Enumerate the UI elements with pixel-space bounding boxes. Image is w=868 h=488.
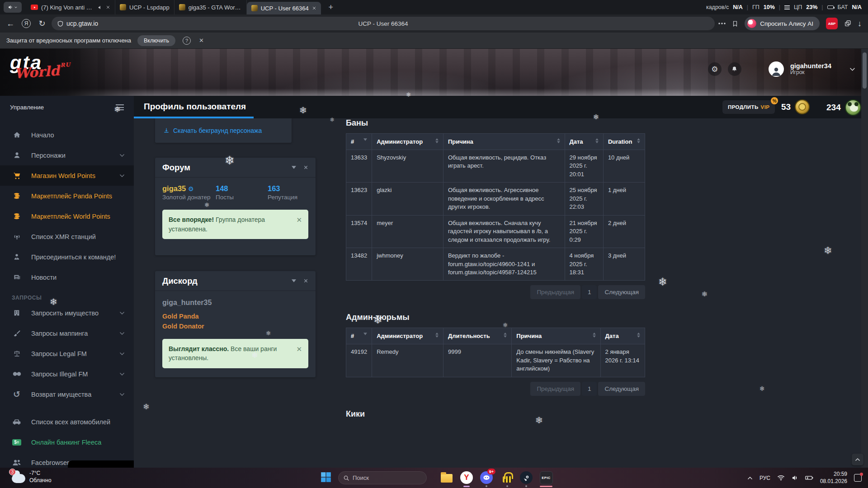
extensions-icon[interactable] [844,20,851,27]
sidebar-item-xmr-stations[interactable]: Список XMR станций [0,226,134,247]
close-icon[interactable] [312,6,316,10]
hidden-icons-chevron[interactable] [747,476,753,480]
chevron-down-icon [119,311,125,315]
scrollbar-thumb[interactable] [863,52,867,89]
protection-warning-bar: Защита от вредоносных программ отключена… [0,33,868,49]
chevron-down-icon [119,332,125,335]
search-input[interactable] [353,474,416,481]
avatar[interactable] [769,61,784,77]
sidebar-item-label: Маркетплейс Panda Points [31,192,112,200]
panda-points-counter[interactable]: 234 [826,99,861,116]
taskbar-yandex-icon[interactable]: Y [459,470,474,485]
world-points-coin-icon [795,99,810,114]
more-icon[interactable] [718,23,726,24]
yandex-home-button[interactable]: Я [22,19,31,28]
sidebar-item-illegal-fm-requests[interactable]: Запросы Illegal FM [0,364,134,384]
help-icon[interactable]: ? [183,37,191,45]
tab-audio-icon[interactable] [98,5,103,10]
forum-username[interactable]: giga35 ⚙ [162,183,216,193]
taskbar-steam-icon[interactable] [519,470,533,485]
taskbar-search[interactable] [338,471,427,484]
sidebar-item-legal-fm-requests[interactable]: Запросы Legal FM [0,343,134,364]
sidebar-item-world-marketplace[interactable]: Маркетплейс World Points [0,206,134,226]
scroll-to-top-button[interactable] [852,454,863,465]
menu-hamburger-icon[interactable] [116,104,124,110]
page-scrollbar[interactable] [861,49,868,468]
wifi-icon[interactable] [777,475,785,481]
sidebar-item-characters[interactable]: Персонажи [0,145,134,165]
world-points-counter[interactable]: 53 [781,99,810,114]
sidebar-item-all-vehicles[interactable]: Список всех автомобилей [0,412,134,432]
taskbar-game-icon[interactable] [500,470,514,485]
sidebar-item-join-team[interactable]: Присоединиться к команде! [0,247,134,267]
sidebar-item-news[interactable]: Новости [0,267,134,287]
bookmark-icon[interactable] [732,20,738,28]
collapse-icon[interactable] [292,279,296,282]
sidebar-item-label: Запросы маппинга [31,330,88,337]
close-icon[interactable] [106,5,110,9]
pagination-next-button[interactable]: Следующая [598,382,645,396]
tab-audio-button[interactable] [4,2,22,13]
extend-vip-button[interactable]: ПРОДЛИТЬ VIP % [722,100,775,114]
chevron-down-icon[interactable] [849,67,855,71]
logo-ru-text: RU [60,61,71,68]
weather-widget[interactable]: 3 -7°C Облачно [12,469,52,484]
sidebar-item-label: Запросы Legal FM [31,350,87,357]
sidebar-item-request-property[interactable]: Запросить имущество [0,303,134,323]
taskbar-clock[interactable]: 20:59 08.01.2026 [820,471,847,485]
start-button[interactable] [320,471,332,483]
windows-icon [320,471,332,483]
pagination-prev-button[interactable]: Предыдущая [530,382,580,396]
omnibox[interactable]: ucp.gtaw.io UCP - User 66364 [52,17,715,30]
taskbar-epic-icon[interactable]: EPIC [539,470,553,485]
sidebar-item-panda-marketplace[interactable]: Маркетплейс Panda Points [0,186,134,206]
tab-lspdapp[interactable]: UCP - Lspdapp [115,0,175,14]
enable-protection-button[interactable]: Включить [137,35,175,46]
downloads-icon[interactable]: ↓ [858,19,862,28]
adblock-extension-icon[interactable]: ABP [826,18,838,29]
notifications-bell-icon[interactable] [728,62,741,76]
settings-gear-icon[interactable]: ⚙ [708,62,722,76]
tab-youtube[interactable]: (7) King Von anti pira [26,0,115,14]
close-icon[interactable]: ✕ [292,215,302,234]
pagination-page-1[interactable]: 1 [582,285,597,299]
user-tie-icon [12,253,22,261]
new-tab-button[interactable]: + [326,3,336,12]
notification-center-icon[interactable] [854,474,862,482]
sidebar-item-property-return[interactable]: ↺ Возврат имущества [0,384,134,404]
taskbar-discord-icon[interactable]: 9+ [479,470,494,485]
sort-icon [435,138,439,143]
pagination-next-button[interactable]: Следующая [598,285,645,299]
alice-ai-button[interactable]: Спросить Алису AI [745,17,820,30]
download-background-link[interactable]: Скачать бекграунд персонажа [163,127,262,134]
volume-icon[interactable] [792,475,798,481]
language-indicator[interactable]: РУС [760,475,770,481]
sidebar-item-label: Возврат имущества [31,391,91,398]
shield-icon[interactable] [57,20,64,28]
sidebar-item-home[interactable]: Начало [0,125,134,145]
sidebar-item-fleeca-banking[interactable]: $≡ Онлайн банкинг Fleeca [0,432,134,452]
users-icon [12,459,22,466]
close-icon[interactable]: ✕ [292,344,302,363]
pagination-page-1[interactable]: 1 [582,382,597,396]
tab-giga35[interactable]: giga35 - GTA World RU [175,0,247,14]
close-icon[interactable] [303,278,308,283]
gta-world-logo[interactable]: gta WorldRU [10,55,71,80]
sidebar-item-mapping-requests[interactable]: Запросы маппинга [0,323,134,343]
table-header-row: # Администратор Длительность Причина Дат… [346,328,645,344]
steam-icon [520,471,533,484]
reload-button[interactable]: ↻ [34,19,50,28]
close-icon[interactable]: ✕ [199,37,204,44]
pagination-prev-button[interactable]: Предыдущая [530,285,580,299]
battery-icon[interactable] [805,475,813,480]
back-button[interactable]: ← [3,19,18,28]
taskbar-explorer-icon[interactable] [439,470,454,485]
tab-ucp-user-active[interactable]: UCP - User 66364 [247,2,321,14]
close-icon[interactable] [303,165,308,170]
screen: (7) King Von anti pira UCP - Lspdapp gig… [0,0,868,488]
collapse-icon[interactable] [292,166,296,169]
sidebar-item-label: Запросить имущество [31,310,99,317]
bans-table: # Администратор Причина Дата Duration 13… [346,133,645,281]
user-block[interactable]: gigahunter34 Игрок [790,62,831,76]
sidebar-item-world-points-shop[interactable]: Магазин World Points [0,165,134,186]
